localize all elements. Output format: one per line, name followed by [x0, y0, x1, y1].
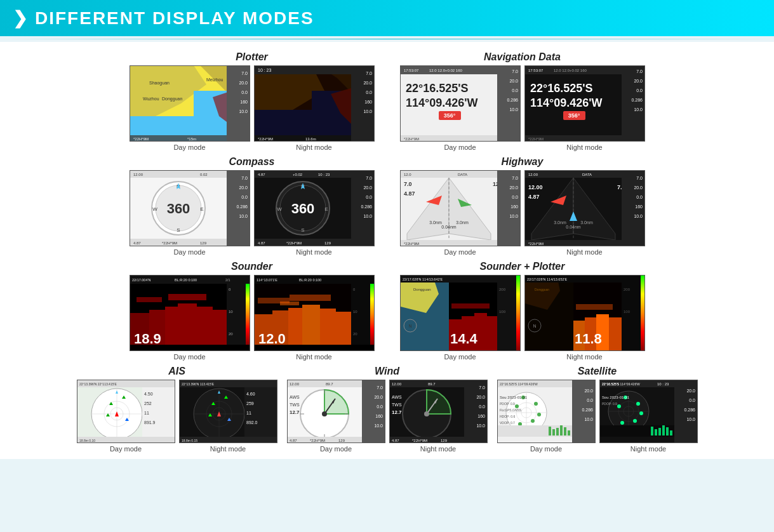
- svg-rect-172: [137, 297, 162, 302]
- svg-rect-379: [670, 430, 672, 436]
- svg-text:7.0: 7.0: [241, 176, 248, 180]
- svg-text:N: N: [533, 324, 536, 328]
- compass-day-svg: 12.00 0.02 N S W E: [130, 170, 250, 246]
- svg-text:89.7: 89.7: [326, 382, 333, 386]
- sounder-plotter-section: Sounder + Plotter Dongg: [400, 261, 645, 361]
- svg-text:*22H*9M: *22H*9M: [404, 242, 419, 246]
- svg-text:0.04nm: 0.04nm: [441, 225, 457, 229]
- svg-rect-173: [168, 294, 206, 300]
- svg-text:HDOP: 0.6: HDOP: 0.6: [500, 415, 515, 418]
- sounder-plotter-night-item: Dongguan N: [524, 275, 645, 361]
- plotter-screens: Shaoguan Meizhou Dongguan Wuzhou 7.0 20.…: [130, 65, 375, 151]
- svg-text:12.00: 12.00: [392, 382, 402, 386]
- svg-text:AWS: AWS: [290, 395, 300, 399]
- ais-day-label: Day mode: [110, 445, 142, 453]
- compass-day-screen: 12.00 0.02 N S W E: [130, 170, 250, 246]
- sounder-plotter-title: Sounder + Plotter: [480, 261, 565, 272]
- wind-night-screen: 12.00 89.7: [389, 380, 488, 443]
- svg-rect-115: [401, 170, 497, 178]
- svg-text:7.0: 7.0: [636, 176, 643, 180]
- svg-text:Dongguan: Dongguan: [413, 288, 431, 291]
- highway-section: Highway 12.0 DATA: [400, 156, 645, 256]
- svg-text:20.0: 20.0: [509, 185, 518, 190]
- svg-text:89.7: 89.7: [428, 382, 436, 386]
- svg-text:12.0: 12.0: [404, 173, 411, 176]
- svg-rect-231: [576, 304, 613, 310]
- ais-title: AIS: [168, 366, 185, 377]
- svg-text:11: 11: [144, 411, 149, 415]
- svg-text:4.50: 4.50: [144, 392, 153, 396]
- svg-text:13.6m: 13.6m: [305, 137, 316, 141]
- svg-text:200: 200: [624, 288, 631, 291]
- svg-text:12.7: 12.7: [392, 409, 402, 415]
- svg-text:*22H*9M: *22H*9M: [162, 241, 177, 245]
- plotter-day-screen: Shaoguan Meizhou Dongguan Wuzhou 7.0 20.…: [130, 65, 250, 142]
- header: ❯ DIFFERENT DISPLAY MODES: [0, 0, 774, 36]
- svg-text:10.0: 10.0: [476, 423, 485, 428]
- svg-rect-347: [568, 430, 570, 436]
- svg-text:2/1: 2/1: [225, 278, 230, 282]
- ais-section: AIS 22°13.396'N 22°113.415'E: [77, 366, 277, 453]
- compass-night-svg: 4.87 +0.02 10 : 23 N S W E: [255, 170, 374, 246]
- sounder-section: Sounder 22/17.004'N BL:R:20 0:100 2/1: [130, 261, 375, 361]
- svg-rect-169: [178, 303, 197, 345]
- svg-text:E: E: [200, 206, 203, 212]
- svg-text:7.0: 7.0: [479, 385, 485, 390]
- svg-point-370: [633, 419, 637, 423]
- svg-text:4.87: 4.87: [404, 190, 415, 197]
- sounder-plotter-night-screen: Dongguan N: [524, 275, 645, 351]
- svg-text:160: 160: [477, 414, 485, 418]
- svg-text:Wuzhou: Wuzhou: [143, 96, 159, 101]
- svg-text:20.0: 20.0: [584, 389, 593, 393]
- svg-text:0.286: 0.286: [507, 98, 518, 102]
- highway-night-svg: 12.00 DATA: [525, 170, 644, 246]
- svg-text:+0.02: +0.02: [293, 173, 303, 176]
- svg-text:114°09.426'W: 114°09.426'W: [530, 96, 603, 109]
- navdata-day-screen: 17:53:07 12.0 12.0+0.02 160 22°16.525'S …: [400, 65, 521, 142]
- svg-text:360: 360: [291, 201, 314, 216]
- satellite-title: Satellite: [578, 366, 617, 377]
- svg-text:892.0: 892.0: [246, 420, 258, 425]
- navdata-night-label: Night mode: [566, 143, 602, 151]
- svg-text:12.00: 12.00: [528, 173, 538, 176]
- svg-rect-189: [320, 309, 336, 345]
- svg-text:0.02: 0.02: [200, 173, 208, 176]
- sounder-title: Sounder: [231, 261, 272, 272]
- highway-night-label: Night mode: [566, 248, 602, 256]
- svg-text:10: 10: [229, 310, 233, 314]
- svg-text:129: 129: [324, 241, 331, 245]
- svg-text:20.0: 20.0: [374, 395, 383, 399]
- navdata-day-item: 17:53:07 12.0 12.0+0.02 160 22°16.525'S …: [400, 65, 521, 151]
- svg-text:12.0: 12.0: [258, 331, 286, 347]
- compass-night-screen: 4.87 +0.02 10 : 23 N S W E: [254, 170, 375, 246]
- svg-text:129: 129: [338, 439, 345, 442]
- svg-text:12.0  12.0+0.02  160: 12.0 12.0+0.02 160: [554, 69, 587, 72]
- svg-text:10.0: 10.0: [239, 214, 248, 218]
- svg-text:22/17.004'N: 22/17.004'N: [132, 278, 151, 282]
- svg-point-336: [534, 402, 538, 406]
- highway-screens: 12.0 DATA: [400, 170, 645, 256]
- svg-text:22°16.525'S  114°09.426'W: 22°16.525'S 114°09.426'W: [500, 382, 538, 386]
- svg-text:22°16.525'S: 22°16.525'S: [602, 382, 620, 386]
- svg-text:7.0: 7.0: [636, 69, 643, 74]
- sounder-plotter-day-item: Dongguan N: [400, 275, 521, 361]
- svg-text:10.0: 10.0: [509, 214, 518, 218]
- svg-text:20: 20: [353, 332, 357, 336]
- svg-text:18.8m  0.15: 18.8m 0.15: [182, 439, 197, 442]
- svg-text:0.0: 0.0: [689, 398, 695, 402]
- svg-text:11.8: 11.8: [575, 331, 602, 347]
- ais-day-screen: 22°13.396'N 22°113.415'E: [77, 380, 175, 443]
- sounder-plotter-day-svg: Dongguan N: [401, 275, 520, 351]
- svg-text:4.87: 4.87: [258, 173, 265, 176]
- satellite-section: Satellite 22°16.525'S 114°09.426'W: [497, 366, 698, 453]
- satellite-day-screen: 22°16.525'S 114°09.426'W: [497, 380, 596, 443]
- svg-text:7.0: 7.0: [241, 71, 248, 76]
- svg-rect-63: [622, 65, 644, 142]
- sounder-night-screen: 114°13.071'E BL:R:20 0:100: [254, 275, 375, 351]
- svg-rect-345: [560, 425, 563, 436]
- ais-night-item: 22°13.396'N 113.415'E: [179, 380, 277, 453]
- svg-rect-192: [290, 295, 331, 301]
- svg-point-369: [617, 404, 621, 408]
- svg-text:114°09.426'W: 114°09.426'W: [406, 96, 478, 109]
- svg-rect-378: [666, 427, 669, 436]
